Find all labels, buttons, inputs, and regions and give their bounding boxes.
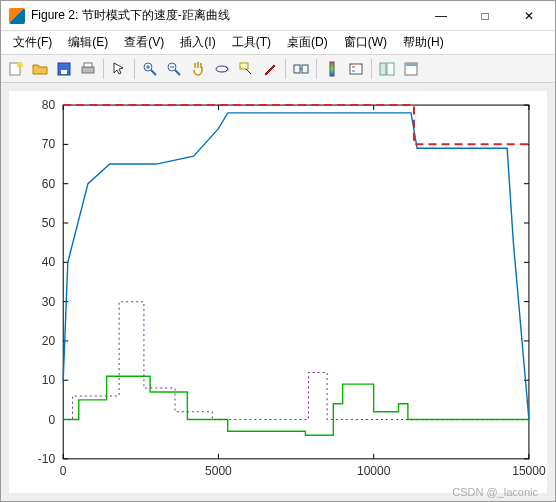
svg-text:5000: 5000	[205, 464, 232, 478]
svg-text:40: 40	[42, 255, 56, 269]
svg-line-7	[151, 70, 156, 75]
window-title: Figure 2: 节时模式下的速度-距离曲线	[31, 7, 419, 24]
svg-rect-14	[240, 63, 248, 69]
zoom-in-icon[interactable]	[139, 58, 161, 80]
menu-desktop[interactable]: 桌面(D)	[279, 32, 336, 53]
zoom-out-icon[interactable]	[163, 58, 185, 80]
plot-panel: 050001000015000-1001020304050607080	[9, 91, 547, 493]
matlab-app-icon	[9, 8, 25, 24]
plot-tools-icon[interactable]	[376, 58, 398, 80]
toolbar-separator	[285, 59, 286, 79]
plot-area: 050001000015000-1001020304050607080	[1, 83, 555, 501]
svg-text:80: 80	[42, 98, 56, 112]
new-figure-icon[interactable]	[5, 58, 27, 80]
menubar: 文件(F) 编辑(E) 查看(V) 插入(I) 工具(T) 桌面(D) 窗口(W…	[1, 31, 555, 55]
toolbar-separator	[134, 59, 135, 79]
menu-insert[interactable]: 插入(I)	[172, 32, 223, 53]
svg-text:60: 60	[42, 177, 56, 191]
pan-icon[interactable]	[187, 58, 209, 80]
toolbar-separator	[103, 59, 104, 79]
data-cursor-icon[interactable]	[235, 58, 257, 80]
svg-text:70: 70	[42, 137, 56, 151]
minimize-button[interactable]: —	[419, 2, 463, 30]
svg-rect-3	[61, 70, 67, 74]
svg-rect-27	[63, 105, 529, 459]
svg-text:20: 20	[42, 334, 56, 348]
toolbar	[1, 55, 555, 83]
link-plot-icon[interactable]	[290, 58, 312, 80]
brush-icon[interactable]	[259, 58, 281, 80]
menu-edit[interactable]: 编辑(E)	[60, 32, 116, 53]
figure-window: Figure 2: 节时模式下的速度-距离曲线 — □ ✕ 文件(F) 编辑(E…	[0, 0, 556, 502]
pointer-icon[interactable]	[108, 58, 130, 80]
svg-text:10: 10	[42, 373, 56, 387]
dock-icon[interactable]	[400, 58, 422, 80]
svg-rect-16	[294, 65, 300, 73]
rotate-3d-icon[interactable]	[211, 58, 233, 80]
svg-rect-19	[330, 62, 334, 76]
menu-view[interactable]: 查看(V)	[116, 32, 172, 53]
titlebar: Figure 2: 节时模式下的速度-距离曲线 — □ ✕	[1, 1, 555, 31]
svg-text:15000: 15000	[512, 464, 546, 478]
menu-file[interactable]: 文件(F)	[5, 32, 60, 53]
open-icon[interactable]	[29, 58, 51, 80]
svg-rect-17	[302, 65, 308, 73]
menu-tools[interactable]: 工具(T)	[224, 32, 279, 53]
menu-help[interactable]: 帮助(H)	[395, 32, 452, 53]
menu-window[interactable]: 窗口(W)	[336, 32, 395, 53]
svg-rect-20	[350, 64, 362, 74]
svg-text:10000: 10000	[357, 464, 391, 478]
svg-text:50: 50	[42, 216, 56, 230]
svg-line-15	[246, 69, 251, 74]
print-icon[interactable]	[77, 58, 99, 80]
maximize-button[interactable]: □	[463, 2, 507, 30]
close-button[interactable]: ✕	[507, 2, 551, 30]
toolbar-separator	[316, 59, 317, 79]
svg-text:0: 0	[60, 464, 67, 478]
svg-rect-5	[84, 63, 92, 67]
toolbar-separator	[371, 59, 372, 79]
svg-text:0: 0	[48, 413, 55, 427]
watermark: CSDN @_laconic	[452, 486, 538, 498]
svg-text:30: 30	[42, 295, 56, 309]
legend-icon[interactable]	[345, 58, 367, 80]
svg-rect-23	[380, 63, 386, 75]
svg-line-11	[175, 70, 180, 75]
svg-point-1	[17, 62, 23, 68]
svg-rect-24	[387, 63, 394, 75]
colorbar-icon[interactable]	[321, 58, 343, 80]
axes[interactable]: 050001000015000-1001020304050607080	[9, 91, 547, 493]
save-icon[interactable]	[53, 58, 75, 80]
svg-rect-4	[82, 67, 94, 73]
svg-text:-10: -10	[38, 452, 56, 466]
svg-rect-26	[405, 63, 417, 66]
